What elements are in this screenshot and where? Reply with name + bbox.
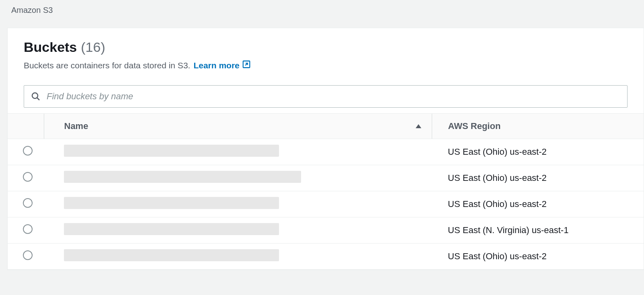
- table-row: US East (Ohio) us-east-2: [8, 139, 644, 165]
- name-column-header[interactable]: Name: [44, 114, 432, 139]
- redacted-bucket-name: [64, 197, 279, 209]
- bucket-name-cell[interactable]: [44, 139, 432, 165]
- page-title: Buckets: [24, 39, 77, 55]
- search-icon: [31, 92, 41, 101]
- bucket-region-cell: US East (Ohio) us-east-2: [432, 165, 644, 191]
- subtitle-text: Buckets are containers for data stored i…: [24, 61, 190, 70]
- sort-ascending-icon: [415, 121, 422, 131]
- bucket-region-cell: US East (Ohio) us-east-2: [432, 244, 644, 270]
- learn-more-label: Learn more: [193, 61, 239, 70]
- svg-point-1: [32, 93, 38, 98]
- row-select-radio[interactable]: [23, 224, 33, 234]
- search-input[interactable]: [24, 85, 628, 108]
- redacted-bucket-name: [64, 249, 279, 261]
- select-column-header: [8, 114, 44, 139]
- table-row: US East (Ohio) us-east-2: [8, 191, 644, 217]
- redacted-bucket-name: [64, 223, 279, 235]
- panel-header: Buckets (16) Buckets are containers for …: [8, 28, 644, 78]
- table-row: US East (Ohio) us-east-2: [8, 165, 644, 191]
- redacted-bucket-name: [64, 171, 301, 183]
- external-link-icon: [242, 60, 251, 71]
- row-select-radio[interactable]: [23, 172, 33, 182]
- learn-more-link[interactable]: Learn more: [193, 60, 250, 71]
- bucket-count: (16): [81, 39, 105, 55]
- buckets-table: Name AWS Region US East (Ohio) us-east-2…: [8, 113, 644, 270]
- table-row: US East (N. Virginia) us-east-1: [8, 217, 644, 244]
- search-box: [24, 85, 628, 108]
- breadcrumb[interactable]: Amazon S3: [0, 0, 644, 20]
- buckets-panel: Buckets (16) Buckets are containers for …: [7, 28, 644, 270]
- bucket-name-cell[interactable]: [44, 191, 432, 217]
- row-select-radio[interactable]: [23, 198, 33, 208]
- row-select-radio[interactable]: [23, 250, 33, 260]
- svg-line-2: [37, 98, 39, 100]
- bucket-region-cell: US East (Ohio) us-east-2: [432, 191, 644, 217]
- bucket-name-cell[interactable]: [44, 165, 432, 191]
- bucket-region-cell: US East (N. Virginia) us-east-1: [432, 217, 644, 244]
- row-select-radio[interactable]: [23, 146, 33, 156]
- bucket-name-cell[interactable]: [44, 217, 432, 244]
- bucket-name-cell[interactable]: [44, 244, 432, 270]
- region-column-header[interactable]: AWS Region: [432, 114, 644, 139]
- redacted-bucket-name: [64, 145, 279, 157]
- table-row: US East (Ohio) us-east-2: [8, 244, 644, 270]
- bucket-region-cell: US East (Ohio) us-east-2: [432, 139, 644, 165]
